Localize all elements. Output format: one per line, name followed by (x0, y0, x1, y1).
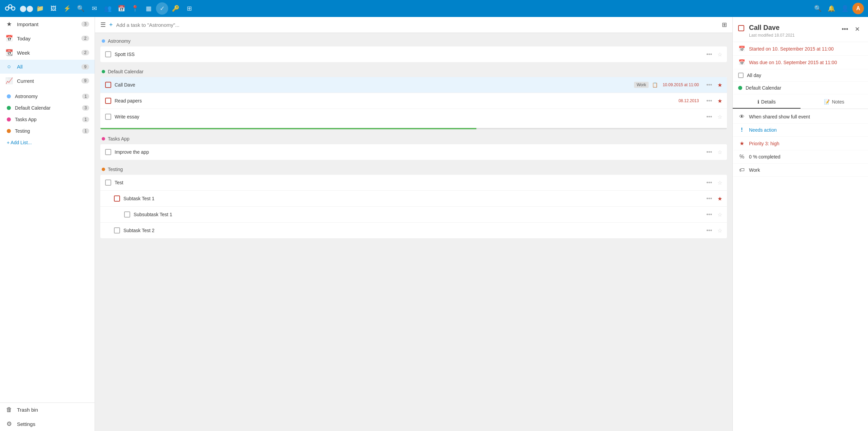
add-task-bar: ☰ + ⊞ (95, 17, 732, 33)
detail-due-field: 📅 Was due on 10. September 2015 at 11:00 (733, 56, 868, 69)
detail-title-area: Call Dave Last modified 18.07.2021 (749, 24, 836, 38)
nav-search-nav[interactable]: 🔍 (75, 2, 87, 15)
add-task-input[interactable] (116, 22, 718, 28)
user-avatar[interactable]: A (852, 3, 864, 14)
sidebar-item-default-calendar[interactable]: Default Calendar 3 (0, 102, 95, 114)
subsubtask-test-1-checkbox[interactable] (124, 211, 130, 218)
tab-notes[interactable]: 📝 Notes (801, 96, 868, 109)
read-papers-star[interactable]: ★ (717, 98, 722, 104)
task-row-read-papers[interactable]: Read papers 08.12.2013 ••• ★ (100, 93, 727, 109)
read-papers-checkbox[interactable] (105, 98, 111, 104)
nav-analytics[interactable]: ⊞ (183, 2, 195, 15)
detail-header-actions: ••• ✕ (840, 24, 863, 35)
nav-activity[interactable]: ⚡ (61, 2, 73, 15)
call-dave-date: 10.09.2015 at 11:00 (663, 82, 699, 87)
spott-iss-checkbox[interactable] (105, 51, 111, 57)
call-dave-more[interactable]: ••• (704, 81, 714, 89)
default-calendar-dot (7, 106, 11, 110)
subtask-test-1-more[interactable]: ••• (704, 195, 714, 202)
add-list-button[interactable]: + Add List... (0, 137, 95, 148)
details-tab-icon: ℹ (757, 99, 759, 105)
search-icon[interactable]: 🔍 (812, 2, 824, 15)
tab-details[interactable]: ℹ Details (733, 96, 801, 109)
detail-calendar-row: Default Calendar (738, 85, 863, 91)
contacts-icon[interactable]: 👤 (839, 2, 851, 15)
task-row-subtask-test-2[interactable]: Subtask Test 2 ••• ☆ (100, 223, 727, 238)
status-icon: ! (738, 127, 746, 133)
subsubtask-test-1-more[interactable]: ••• (704, 211, 714, 218)
sidebar-item-today[interactable]: 📅 Today 2 (0, 31, 95, 45)
task-row-write-essay[interactable]: Write essay ••• ☆ (100, 109, 727, 129)
task-row-spott-iss[interactable]: Spott ISS ••• ☆ (100, 46, 727, 62)
sidebar-item-astronomy[interactable]: Astronomy 1 (0, 91, 95, 102)
task-row-improve-app[interactable]: Improve the app ••• ☆ (100, 144, 727, 160)
task-row-call-dave[interactable]: Call Dave Work 📋 10.09.2015 at 11:00 •••… (100, 77, 727, 93)
read-papers-name: Read papers (115, 98, 675, 104)
detail-due-row: 📅 Was due on 10. September 2015 at 11:00 (738, 59, 863, 65)
subtask-test-2-more[interactable]: ••• (704, 227, 714, 234)
spott-iss-star[interactable]: ☆ (717, 51, 722, 58)
sidebar-count-all: 9 (81, 64, 89, 70)
read-papers-more[interactable]: ••• (704, 97, 714, 105)
nav-maps[interactable]: 📍 (129, 2, 141, 15)
test-more[interactable]: ••• (704, 179, 714, 186)
improve-app-star[interactable]: ☆ (717, 149, 722, 155)
write-essay-progress-container (100, 128, 727, 129)
nav-deck[interactable]: ▦ (142, 2, 155, 15)
sidebar-item-current[interactable]: 📈 Current 9 (0, 74, 95, 88)
nav-calendar[interactable]: 📅 (115, 2, 127, 15)
write-essay-star[interactable]: ☆ (717, 114, 722, 120)
task-row-subtask-test-1[interactable]: Subtask Test 1 ••• ★ (100, 191, 727, 207)
spott-iss-more[interactable]: ••• (704, 51, 714, 58)
subtask-test-1-checkbox[interactable] (114, 195, 120, 202)
sidebar-label-settings: Settings (17, 421, 89, 427)
call-dave-checkbox[interactable] (105, 82, 111, 88)
sort-icon[interactable]: ⊞ (722, 21, 727, 29)
sidebar-item-week[interactable]: 📆 Week 2 (0, 45, 95, 60)
nav-files[interactable]: 📁 (34, 2, 46, 15)
nav-tasks[interactable]: ✓ (156, 2, 168, 15)
task-row-test[interactable]: Test ••• ☆ (100, 175, 727, 191)
tasks-app-task-list: Improve the app ••• ☆ (100, 144, 727, 160)
sidebar-item-settings[interactable]: ⚙ Settings (0, 417, 95, 431)
nav-photos[interactable]: 🖼 (47, 2, 60, 15)
sidebar-item-trash[interactable]: 🗑 Trash bin (0, 403, 95, 417)
sidebar-item-testing[interactable]: Testing 1 (0, 125, 95, 137)
task-row-subsubtask-test-1[interactable]: Subsubtask Test 1 ••• ☆ (100, 207, 727, 223)
nav-passwords[interactable]: 🔑 (170, 2, 182, 15)
subtask-test-2-checkbox[interactable] (114, 227, 120, 233)
sidebar-item-all[interactable]: ○ All 9 (0, 60, 95, 74)
test-star[interactable]: ☆ (717, 180, 722, 186)
allday-checkbox[interactable] (738, 73, 744, 78)
nav-contacts[interactable]: 👥 (102, 2, 114, 15)
call-dave-star[interactable]: ★ (717, 82, 722, 88)
sidebar-label-default-calendar: Default Calendar (15, 105, 78, 111)
sidebar-item-tasks-app[interactable]: Tasks App 1 (0, 114, 95, 125)
subsubtask-test-1-star[interactable]: ☆ (717, 211, 722, 218)
nav-dashboard[interactable]: ⬤⬤ (20, 2, 33, 15)
sidebar-label-astronomy: Astronomy (15, 94, 78, 99)
nextcloud-logo[interactable] (4, 2, 16, 15)
detail-allday-row: All day (738, 73, 863, 78)
detail-close-button[interactable]: ✕ (852, 24, 863, 35)
notifications-icon[interactable]: 🔔 (825, 2, 837, 15)
nav-mail[interactable]: ✉ (88, 2, 100, 15)
subtask-test-1-star[interactable]: ★ (717, 195, 722, 202)
detail-started-label: Started on 10. September 2015 at 11:00 (749, 46, 834, 52)
svg-point-5 (12, 7, 14, 10)
subtask-test-2-star[interactable]: ☆ (717, 227, 722, 234)
detail-task-checkbox[interactable] (738, 25, 744, 31)
test-name: Test (115, 180, 701, 185)
write-essay-more[interactable]: ••• (704, 113, 714, 120)
write-essay-checkbox[interactable] (105, 114, 111, 120)
call-dave-name: Call Dave (115, 82, 629, 88)
improve-app-more[interactable]: ••• (704, 148, 714, 156)
calendar-start-icon: 📅 (738, 45, 746, 52)
detail-more-button[interactable]: ••• (840, 24, 850, 35)
improve-app-checkbox[interactable] (105, 149, 111, 155)
hamburger-icon[interactable]: ☰ (100, 21, 106, 29)
sidebar-label-tasks-app: Tasks App (15, 117, 78, 122)
test-checkbox[interactable] (105, 180, 111, 186)
sidebar-count-tasks-app: 1 (82, 117, 89, 122)
sidebar-item-important[interactable]: ★ Important 3 (0, 17, 95, 31)
